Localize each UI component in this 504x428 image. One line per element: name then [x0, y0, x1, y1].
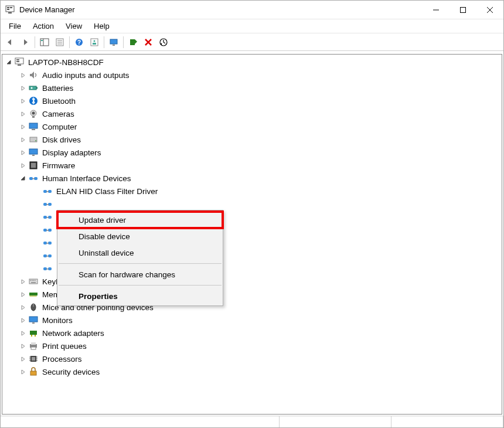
tree-category-security[interactable]: Security devices [2, 365, 502, 378]
forward-button[interactable] [18, 35, 32, 49]
title-bar: Device Manager [1, 1, 503, 19]
svg-rect-85 [29, 317, 38, 322]
menu-bar: File Action View Help [1, 19, 503, 33]
expander-icon[interactable] [19, 277, 27, 286]
close-button[interactable] [476, 1, 503, 19]
tree-category-bluetooth[interactable]: Bluetooth [2, 94, 502, 107]
hid-icon [42, 186, 53, 196]
action-button[interactable] [87, 35, 101, 49]
expander-icon[interactable] [19, 329, 27, 337]
tree-node-label: Print queues [42, 342, 87, 351]
expander-icon[interactable] [19, 148, 27, 157]
minimize-button[interactable] [423, 1, 449, 19]
expander-icon[interactable] [19, 123, 27, 131]
expander-icon[interactable] [19, 342, 27, 350]
svg-rect-18 [91, 39, 98, 46]
svg-rect-21 [110, 39, 117, 44]
expander-icon[interactable] [19, 303, 27, 311]
expander-icon[interactable] [19, 290, 27, 298]
back-button[interactable] [3, 35, 17, 49]
context-menu-item[interactable]: Disable device [57, 228, 223, 244]
svg-rect-6 [461, 7, 466, 12]
context-menu-item[interactable]: Scan for hardware changes [57, 266, 223, 283]
tree-device-node[interactable] [2, 198, 502, 210]
status-pane-2 [280, 416, 391, 427]
tree-category-audio[interactable]: Audio inputs and outputs [2, 69, 502, 81]
svg-rect-77 [30, 295, 30, 297]
show-hide-console-tree-button[interactable] [38, 35, 52, 49]
svg-rect-63 [46, 243, 49, 244]
expander-icon[interactable] [19, 316, 27, 324]
context-menu-item[interactable]: Uninstall device [57, 244, 223, 261]
expander-icon[interactable] [19, 355, 27, 363]
context-menu-separator [59, 285, 222, 286]
expander-icon[interactable] [19, 368, 27, 376]
svg-point-19 [94, 40, 96, 42]
tree-root-node[interactable]: LAPTOP-NB8H8CDF [2, 56, 502, 69]
tree-node-label: Monitors [42, 316, 73, 325]
expander-icon[interactable] [19, 174, 27, 182]
properties-button[interactable] [53, 35, 67, 49]
svg-rect-71 [30, 280, 32, 281]
tree-node-label: Network adapters [42, 329, 104, 338]
svg-rect-45 [31, 163, 36, 168]
maximize-button[interactable] [449, 1, 476, 19]
context-menu-item[interactable]: Properties [57, 288, 223, 304]
tree-category-disk[interactable]: Disk drives [2, 133, 502, 146]
svg-rect-80 [33, 295, 34, 297]
hid-icon [28, 173, 39, 184]
uninstall-button[interactable] [141, 35, 155, 49]
svg-rect-75 [31, 282, 36, 283]
tree-device-node[interactable]: ELAN HID Class Filter Driver [2, 185, 502, 198]
firmware-icon [28, 160, 39, 171]
disk-icon [28, 134, 39, 145]
tree-category-network[interactable]: Network adapters [2, 327, 502, 339]
expander-icon[interactable] [19, 97, 27, 105]
help-button[interactable]: ? [72, 35, 86, 49]
menu-view[interactable]: View [60, 21, 88, 32]
tree-category-hid[interactable]: Human Interface Devices [2, 172, 502, 185]
svg-rect-94 [32, 357, 35, 361]
update-driver-button[interactable] [156, 35, 171, 49]
window-controls [423, 1, 503, 19]
hid-icon [42, 237, 53, 248]
svg-rect-79 [32, 295, 33, 297]
expander-icon[interactable] [19, 135, 27, 144]
expander-icon[interactable] [19, 84, 27, 92]
expander-icon[interactable] [19, 161, 27, 169]
svg-rect-82 [36, 295, 36, 297]
tree-category-camera[interactable]: Cameras [2, 107, 502, 120]
expander-icon[interactable] [19, 110, 27, 118]
tree-category-printer[interactable]: Print queues [2, 339, 502, 352]
svg-rect-60 [46, 230, 49, 231]
menu-action[interactable]: Action [27, 21, 60, 32]
expander-icon[interactable] [19, 71, 27, 79]
svg-text:?: ? [77, 39, 81, 46]
scan-hardware-button[interactable] [107, 35, 121, 49]
tree-category-monitor[interactable]: Monitors [2, 314, 502, 327]
svg-rect-39 [32, 129, 35, 130]
tree-category-battery[interactable]: Batteries [2, 81, 502, 94]
hid-icon [42, 225, 53, 235]
tree-node-label: Batteries [42, 84, 73, 93]
window-title: Device Manager [19, 5, 423, 14]
svg-rect-87 [30, 331, 37, 335]
bluetooth-icon [28, 96, 39, 106]
svg-rect-2 [7, 9, 9, 10]
tree-category-firmware[interactable]: Firmware [2, 159, 502, 172]
svg-rect-32 [36, 87, 38, 89]
hid-icon [42, 250, 53, 261]
add-legacy-hardware-button[interactable] [126, 35, 140, 49]
tree-category-cpu[interactable]: Processors [2, 352, 502, 365]
tree-category-display[interactable]: Display adapters [2, 146, 502, 159]
svg-rect-43 [32, 155, 35, 156]
svg-rect-22 [113, 45, 115, 46]
svg-rect-28 [16, 59, 19, 60]
tree-category-computer[interactable]: Computer [2, 120, 502, 133]
expander-icon[interactable] [5, 58, 13, 66]
cpu-icon [28, 354, 39, 364]
monitor-icon [28, 315, 39, 325]
context-menu-item[interactable]: Update driver [57, 212, 223, 228]
menu-file[interactable]: File [3, 21, 27, 32]
menu-help[interactable]: Help [88, 21, 115, 32]
